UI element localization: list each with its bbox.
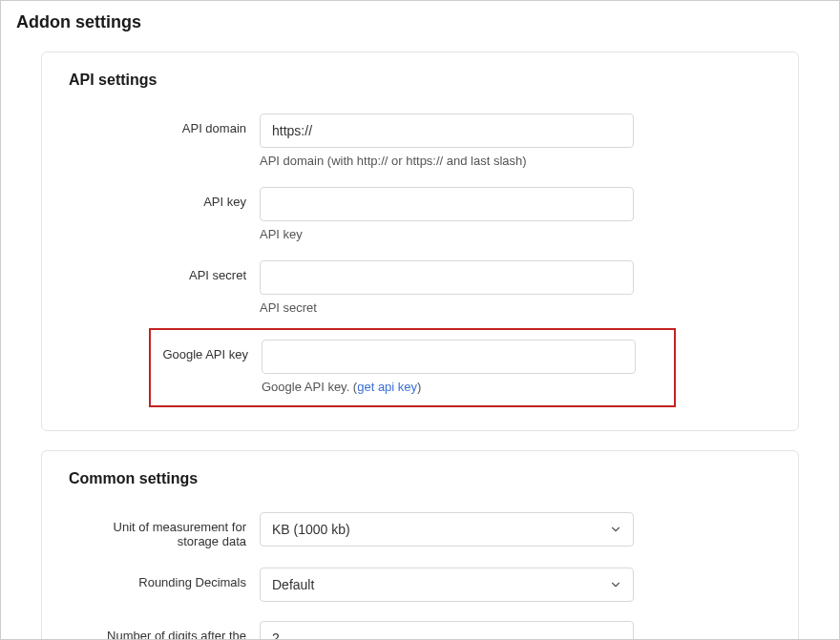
- google-api-key-hint: Google API key. (get api key): [262, 380, 636, 394]
- api-secret-input[interactable]: [260, 260, 634, 295]
- google-api-key-hint-prefix: Google API key. (: [262, 380, 357, 394]
- get-api-key-link[interactable]: get api key: [357, 380, 417, 394]
- api-key-label: API key: [69, 187, 260, 209]
- api-secret-label: API secret: [69, 260, 260, 282]
- api-secret-hint: API secret: [260, 300, 634, 315]
- digits-label: Number of digits after the decimal point: [69, 621, 260, 640]
- rounding-select[interactable]: [260, 568, 634, 602]
- api-settings-card: API settings API domain API domain (with…: [41, 52, 799, 431]
- unit-row: Unit of measurement for storage data: [69, 506, 771, 554]
- api-domain-hint: API domain (with http:// or https:// and…: [260, 154, 634, 168]
- digits-row: Number of digits after the decimal point: [69, 615, 771, 640]
- api-domain-row: API domain API domain (with http:// or h…: [69, 108, 771, 174]
- google-api-key-highlight: Google API key Google API key. (get api …: [149, 328, 676, 407]
- api-settings-title: API settings: [69, 72, 771, 89]
- rounding-label: Rounding Decimals: [69, 568, 260, 589]
- api-secret-row: API secret API secret: [69, 255, 771, 320]
- api-key-hint: API key: [260, 227, 634, 241]
- google-api-key-input[interactable]: [262, 340, 636, 374]
- common-settings-title: Common settings: [69, 470, 771, 487]
- google-api-key-hint-suffix: ): [417, 380, 421, 394]
- unit-select[interactable]: [260, 512, 634, 547]
- api-key-input[interactable]: [260, 187, 634, 221]
- page-title: Addon settings: [16, 12, 824, 32]
- google-api-key-row: Google API key Google API key. (get api …: [157, 334, 668, 400]
- digits-input[interactable]: [260, 621, 634, 640]
- common-settings-card: Common settings Unit of measurement for …: [41, 450, 799, 640]
- rounding-row: Rounding Decimals: [69, 562, 771, 608]
- api-domain-input[interactable]: [260, 114, 634, 148]
- api-key-row: API key API key: [69, 181, 771, 247]
- api-domain-label: API domain: [69, 114, 260, 135]
- google-api-key-label: Google API key: [157, 340, 262, 361]
- unit-label: Unit of measurement for storage data: [69, 512, 260, 548]
